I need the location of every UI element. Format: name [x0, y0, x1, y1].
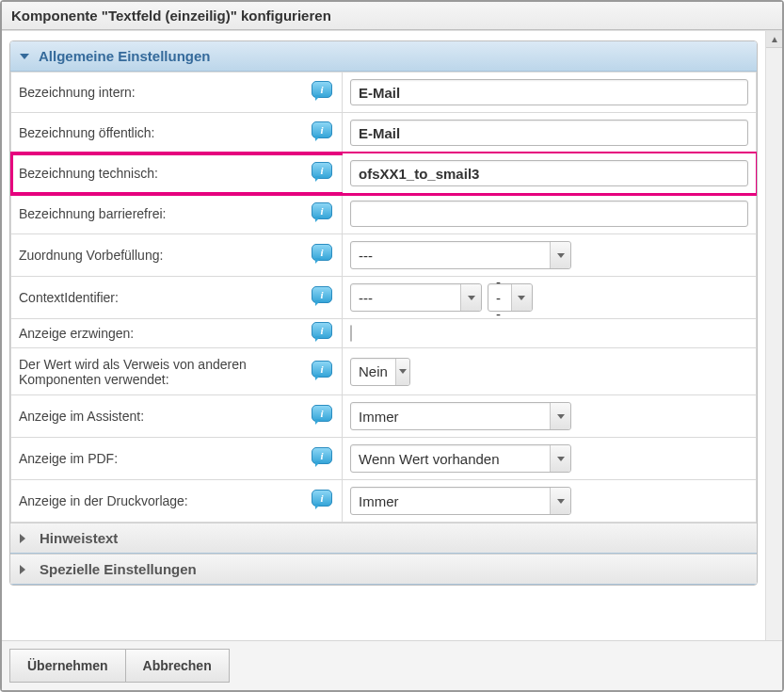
row-vorbefuellung: Zuordnung Vorbefüllung: i ---: [11, 234, 757, 277]
section-general: Allgemeine Einstellungen Bezeichnung int…: [9, 40, 758, 586]
section-general-header[interactable]: Allgemeine Einstellungen: [10, 41, 757, 72]
row-bez-oeffentlich: Bezeichnung öffentlich: i: [11, 113, 757, 153]
combo-anzeige-druck-value: Immer: [351, 488, 550, 514]
section-special-title: Spezielle Einstellungen: [40, 561, 197, 577]
chevron-down-icon[interactable]: [511, 284, 532, 311]
vertical-scrollbar[interactable]: ▲: [765, 31, 782, 640]
input-bez-intern[interactable]: [350, 79, 748, 105]
section-general-title: Allgemeine Einstellungen: [39, 48, 211, 64]
chevron-right-icon: [20, 534, 30, 543]
help-icon[interactable]: i: [312, 81, 334, 98]
label-bez-oeffentlich: Bezeichnung öffentlich:: [19, 125, 155, 140]
combo-context-id-2-value: ---: [488, 284, 511, 311]
section-hint: Hinweistext: [10, 523, 757, 554]
row-bez-intern: Bezeichnung intern: i: [11, 72, 757, 113]
chevron-down-icon[interactable]: [395, 359, 409, 385]
row-bez-technisch: Bezeichnung technisch: i: [11, 153, 757, 194]
label-anzeige-assistent: Anzeige im Assistent:: [19, 409, 144, 424]
chevron-down-icon[interactable]: [550, 445, 570, 472]
combo-anzeige-pdf-value: Wenn Wert vorhanden: [351, 445, 550, 472]
label-bez-barrierefrei: Bezeichnung barrierefrei:: [19, 206, 166, 221]
help-icon[interactable]: i: [312, 286, 334, 303]
chevron-down-icon[interactable]: [550, 488, 570, 514]
section-special: Spezielle Einstellungen: [10, 554, 757, 585]
label-bez-technisch: Bezeichnung technisch:: [19, 166, 158, 181]
label-bez-intern: Bezeichnung intern:: [19, 85, 136, 100]
help-icon[interactable]: i: [312, 447, 334, 464]
config-dialog: Komponente "Textfeld (einzeilig)" konfig…: [0, 0, 784, 692]
row-context-id: ContextIdentifier: i --- ---: [11, 277, 757, 319]
help-icon[interactable]: i: [312, 322, 334, 339]
combo-anzeige-druck[interactable]: Immer: [350, 487, 571, 515]
combo-context-id-2[interactable]: ---: [488, 283, 533, 312]
combo-verweis-value: Nein: [351, 359, 395, 385]
row-anzeige-pdf: Anzeige im PDF: i Wenn Wert vorhanden: [11, 438, 757, 480]
label-context-id: ContextIdentifier:: [19, 290, 119, 305]
label-anzeige-druck: Anzeige in der Druckvorlage:: [19, 493, 188, 508]
row-verweis: Der Wert wird als Verweis von anderen Ko…: [11, 348, 757, 395]
combo-verweis[interactable]: Nein: [350, 358, 410, 386]
combo-anzeige-pdf[interactable]: Wenn Wert vorhanden: [350, 444, 571, 473]
help-icon[interactable]: i: [312, 244, 334, 261]
combo-vorbefuellung-value: ---: [351, 242, 550, 268]
content-area: Allgemeine Einstellungen Bezeichnung int…: [2, 30, 782, 640]
row-anzeige-assistent: Anzeige im Assistent: i Immer: [11, 395, 757, 438]
help-icon[interactable]: i: [312, 202, 334, 219]
combo-context-id-1-value: ---: [351, 284, 460, 311]
scroll-up-icon[interactable]: ▲: [766, 31, 782, 48]
chevron-down-icon[interactable]: [460, 284, 481, 311]
label-verweis: Der Wert wird als Verweis von anderen Ko…: [19, 357, 292, 387]
label-vorbefuellung: Zuordnung Vorbefüllung:: [19, 248, 163, 263]
row-anzeige-druck: Anzeige in der Druckvorlage: i Immer: [11, 480, 757, 523]
chevron-down-icon[interactable]: [550, 403, 570, 429]
input-bez-oeffentlich[interactable]: [350, 120, 748, 146]
help-icon[interactable]: i: [312, 121, 334, 138]
chevron-down-icon: [20, 54, 29, 59]
section-special-header[interactable]: Spezielle Einstellungen: [10, 554, 757, 585]
help-icon[interactable]: i: [312, 162, 334, 179]
help-icon[interactable]: i: [312, 405, 334, 422]
apply-button[interactable]: Übernehmen: [9, 649, 126, 683]
input-bez-barrierefrei[interactable]: [350, 201, 748, 227]
dialog-title: Komponente "Textfeld (einzeilig)" konfig…: [2, 2, 782, 30]
chevron-right-icon: [20, 565, 30, 574]
section-general-body: Bezeichnung intern: i Bezeichnung öffent…: [10, 72, 757, 523]
combo-context-id-1[interactable]: ---: [350, 283, 482, 312]
scroll-viewport: Allgemeine Einstellungen Bezeichnung int…: [2, 31, 765, 640]
dialog-button-bar: Übernehmen Abbrechen: [2, 640, 782, 690]
section-hint-title: Hinweistext: [40, 530, 118, 546]
chevron-down-icon[interactable]: [550, 242, 570, 268]
combo-anzeige-assistent[interactable]: Immer: [350, 402, 571, 430]
row-anzeige-erzwingen: Anzeige erzwingen: i: [11, 319, 757, 348]
cancel-button[interactable]: Abbrechen: [126, 649, 230, 683]
label-anzeige-erzwingen: Anzeige erzwingen:: [19, 326, 134, 341]
help-icon[interactable]: i: [312, 361, 334, 378]
combo-anzeige-assistent-value: Immer: [351, 403, 550, 429]
row-bez-barrierefrei: Bezeichnung barrierefrei: i: [11, 194, 757, 234]
section-hint-header[interactable]: Hinweistext: [10, 523, 757, 554]
checkbox-anzeige-erzwingen[interactable]: [350, 325, 352, 342]
general-form-table: Bezeichnung intern: i Bezeichnung öffent…: [10, 72, 757, 523]
combo-vorbefuellung[interactable]: ---: [350, 241, 571, 269]
help-icon[interactable]: i: [312, 490, 334, 507]
label-anzeige-pdf: Anzeige im PDF:: [19, 451, 118, 466]
input-bez-technisch[interactable]: [350, 160, 748, 186]
